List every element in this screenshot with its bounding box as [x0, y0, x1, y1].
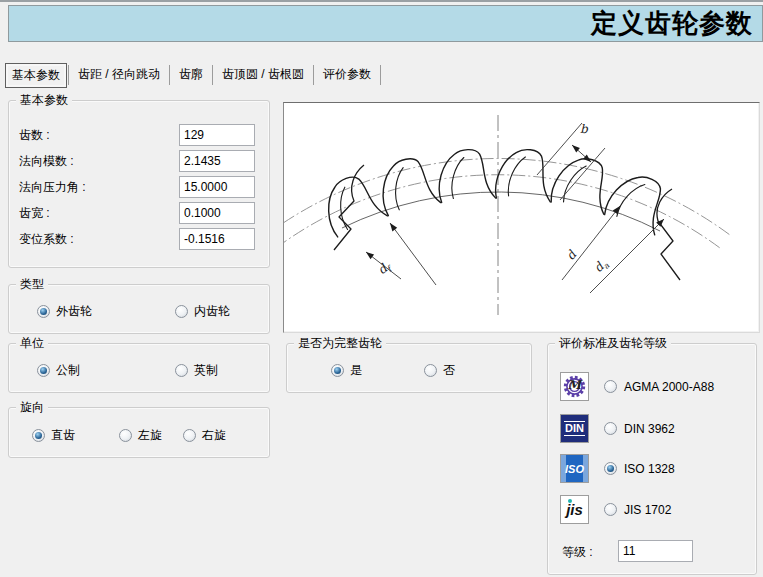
radio-complete-no[interactable]: 否 — [424, 362, 455, 378]
root-circle-arc — [342, 192, 660, 231]
radio-icon[interactable] — [604, 462, 617, 475]
tab-divider — [169, 65, 170, 85]
radio-icon[interactable] — [183, 429, 196, 442]
radio-icon[interactable] — [604, 422, 617, 435]
reference-circle-arcs — [284, 158, 730, 248]
group-standards: 评价标准及齿轮等级 M AGMA 2000-A88 DIN DIN 3962 I… — [547, 343, 757, 575]
grade-label: 等级 : — [562, 541, 593, 563]
gear-diagram: b d da df — [284, 103, 759, 332]
radio-label[interactable]: 右旋 — [202, 427, 226, 444]
group-unit-label: 单位 — [16, 336, 48, 351]
group-complete-gear-label: 是否为完整齿轮 — [294, 336, 386, 351]
group-standards-label: 评价标准及齿轮等级 — [555, 336, 671, 351]
radio-label[interactable]: ISO 1328 — [624, 462, 675, 476]
rim-break-lines — [334, 165, 680, 280]
facewidth-dim-label: b — [580, 122, 589, 136]
teeth-count-input[interactable] — [179, 124, 255, 146]
gear-teeth — [317, 148, 674, 238]
shift-coeff-input[interactable] — [179, 228, 255, 250]
tab-eval-params[interactable]: 评价参数 — [315, 63, 379, 88]
radio-icon[interactable] — [175, 364, 188, 377]
normal-module-label: 法向模数 : — [19, 150, 74, 172]
teeth-count-label: 齿数 : — [19, 124, 50, 146]
radio-icon[interactable] — [32, 429, 45, 442]
radio-right-hand[interactable]: 右旋 — [183, 427, 226, 443]
radio-metric[interactable]: 公制 — [37, 362, 80, 378]
radio-label[interactable]: DIN 3962 — [624, 422, 675, 436]
group-basic-params-label: 基本参数 — [16, 93, 72, 108]
dimension-arrowheads — [366, 145, 664, 259]
shift-coeff-label: 变位系数 : — [19, 228, 74, 250]
tab-divider — [212, 65, 213, 85]
radio-label[interactable]: 直齿 — [51, 427, 75, 444]
radio-spur[interactable]: 直齿 — [32, 427, 75, 443]
jis-icon: jis — [560, 495, 589, 524]
group-helix-direction: 旋向 直齿 左旋 右旋 — [8, 407, 270, 458]
din-icon: DIN — [560, 414, 589, 443]
radio-complete-yes[interactable]: 是 — [331, 362, 362, 378]
radio-icon[interactable] — [331, 364, 344, 377]
radio-left-hand[interactable]: 左旋 — [119, 427, 162, 443]
radio-label[interactable]: 内齿轮 — [194, 303, 230, 320]
page-title: 定义齿轮参数 — [591, 6, 753, 41]
dialog-title-bar: 定义齿轮参数 — [8, 5, 763, 42]
iso-icon: ISO — [560, 454, 589, 483]
radio-icon[interactable] — [37, 364, 50, 377]
grade-input[interactable] — [618, 540, 693, 562]
tip-diameter-label: da — [591, 256, 611, 276]
face-width-input[interactable] — [179, 202, 255, 224]
tab-divider — [68, 65, 69, 85]
tab-divider — [313, 65, 314, 85]
group-gear-type: 类型 外齿轮 内齿轮 — [8, 284, 270, 334]
tab-basic-params[interactable]: 基本参数 — [5, 63, 67, 88]
group-gear-type-label: 类型 — [16, 277, 48, 292]
radio-standard-agma[interactable]: M AGMA 2000-A88 — [560, 372, 714, 401]
normal-module-input[interactable] — [179, 150, 255, 172]
radio-standard-iso[interactable]: ISO ISO 1328 — [560, 454, 675, 483]
pressure-angle-label: 法向压力角 : — [19, 176, 86, 198]
radio-label[interactable]: 英制 — [194, 362, 218, 379]
radio-icon[interactable] — [37, 305, 50, 318]
radio-icon[interactable] — [424, 364, 437, 377]
jis-dot — [568, 499, 572, 503]
radio-icon[interactable] — [175, 305, 188, 318]
radio-icon[interactable] — [119, 429, 132, 442]
radio-label[interactable]: 公制 — [56, 362, 80, 379]
radio-label[interactable]: 否 — [443, 362, 455, 379]
face-width-label: 齿宽 : — [19, 202, 50, 224]
tab-tooth-profile[interactable]: 齿廓 — [171, 63, 211, 88]
dialog-top-edge — [0, 0, 763, 2]
gear-diagram-panel: b d da df — [283, 102, 760, 333]
radio-label[interactable]: AGMA 2000-A88 — [624, 380, 714, 394]
radio-standard-din[interactable]: DIN DIN 3962 — [560, 414, 675, 443]
svg-text:M: M — [568, 378, 583, 392]
group-complete-gear: 是否为完整齿轮 是 否 — [286, 343, 532, 393]
tab-tip-root-circle[interactable]: 齿顶圆 / 齿根圆 — [214, 63, 312, 88]
radio-label[interactable]: 外齿轮 — [56, 303, 92, 320]
tab-strip: 基本参数 齿距 / 径向跳动 齿廓 齿顶圆 / 齿根圆 评价参数 — [5, 62, 382, 88]
agma-icon: M — [560, 372, 589, 401]
radio-icon[interactable] — [604, 380, 617, 393]
radio-icon[interactable] — [604, 503, 617, 516]
pressure-angle-input[interactable] — [179, 176, 255, 198]
radio-imperial[interactable]: 英制 — [175, 362, 218, 378]
tab-pitch-runout[interactable]: 齿距 / 径向跳动 — [70, 63, 168, 88]
group-unit: 单位 公制 英制 — [8, 343, 270, 393]
radio-standard-jis[interactable]: jis JIS 1702 — [560, 495, 671, 524]
tab-divider — [380, 65, 381, 85]
radio-external-gear[interactable]: 外齿轮 — [37, 303, 92, 319]
radio-label[interactable]: 是 — [350, 362, 362, 379]
radio-label[interactable]: 左旋 — [138, 427, 162, 444]
radio-internal-gear[interactable]: 内齿轮 — [175, 303, 230, 319]
group-basic-params: 基本参数 齿数 : 法向模数 : 法向压力角 : 齿宽 : 变位系数 : — [8, 100, 270, 268]
radio-label[interactable]: JIS 1702 — [624, 503, 671, 517]
group-helix-direction-label: 旋向 — [16, 400, 48, 415]
